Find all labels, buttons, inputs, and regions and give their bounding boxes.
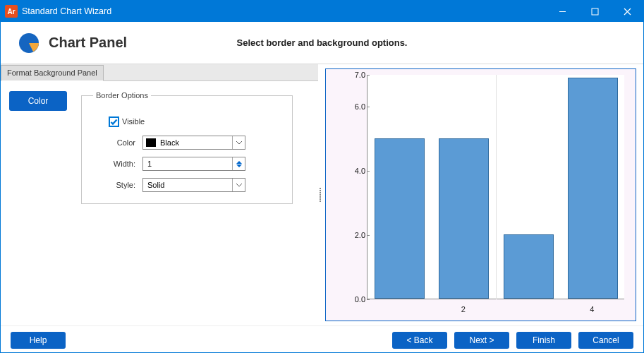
cancel-button[interactable]: Cancel — [578, 332, 633, 349]
bar — [375, 138, 425, 299]
page-subtitle: Select border and background options. — [237, 37, 408, 48]
y-tick: 6.0 — [347, 102, 365, 111]
visible-checkbox[interactable] — [109, 116, 119, 127]
spinner-up-icon — [236, 161, 242, 164]
check-icon — [110, 118, 118, 126]
style-label: Style: — [93, 181, 135, 189]
spinner-buttons[interactable] — [232, 157, 245, 170]
bar — [439, 138, 489, 299]
app-icon: Ar — [5, 5, 18, 18]
maximize-button[interactable] — [578, 1, 611, 22]
help-button[interactable]: Help — [11, 332, 66, 349]
titlebar: Ar Standard Chart Wizard — [1, 1, 643, 22]
pie-chart-icon — [18, 32, 40, 54]
gridline — [496, 75, 497, 299]
left-content: Color Border Options Visible Color Black — [1, 81, 318, 325]
chevron-down-icon — [232, 136, 245, 149]
x-tick: 4 — [590, 305, 594, 313]
border-options-legend: Border Options — [93, 91, 151, 100]
close-button[interactable] — [611, 1, 643, 22]
color-dropdown[interactable]: Black — [142, 136, 245, 150]
window-title: Standard Chart Wizard — [22, 6, 111, 16]
minimize-button[interactable] — [546, 1, 578, 22]
back-button[interactable]: < Back — [392, 332, 447, 349]
bar — [568, 78, 618, 299]
color-button[interactable]: Color — [9, 91, 67, 111]
page-title: Chart Panel — [49, 35, 127, 51]
width-spinner[interactable]: 1 — [142, 157, 245, 171]
style-row: Style: Solid — [93, 177, 281, 193]
chevron-down-icon — [232, 179, 245, 191]
y-tick: 0.0 — [347, 295, 365, 304]
y-tick: 2.0 — [347, 231, 365, 239]
tabbar: Format Background Panel — [1, 64, 318, 81]
visible-row: Visible — [93, 114, 281, 129]
width-value: 1 — [143, 160, 232, 168]
right-panel: 0.02.04.06.07.024 — [322, 64, 643, 325]
x-tick: 2 — [461, 305, 466, 313]
border-options-group: Border Options Visible Color Black — [81, 91, 293, 204]
close-icon — [624, 8, 631, 16]
y-tick: 7.0 — [347, 71, 365, 79]
style-dropdown[interactable]: Solid — [142, 178, 245, 192]
svg-rect-1 — [592, 8, 598, 15]
bar — [504, 234, 554, 299]
next-button[interactable]: Next > — [454, 332, 509, 349]
color-value: Black — [159, 138, 232, 147]
color-row: Color Black — [93, 135, 281, 150]
maximize-icon — [591, 8, 599, 16]
y-tick: 4.0 — [347, 167, 365, 175]
left-panel: Format Background Panel Color Border Opt… — [1, 64, 318, 325]
width-label: Width: — [93, 160, 135, 168]
spinner-down-icon — [236, 164, 242, 167]
style-value: Solid — [143, 181, 232, 189]
color-label: Color — [93, 138, 135, 147]
minimize-icon — [559, 8, 566, 16]
tab-format-background-panel[interactable]: Format Background Panel — [1, 65, 104, 81]
width-row: Width: 1 — [93, 156, 281, 172]
wizard-body: Format Background Panel Color Border Opt… — [1, 64, 643, 325]
wizard-header: Chart Panel Select border and background… — [1, 22, 643, 64]
finish-button[interactable]: Finish — [516, 332, 571, 349]
visible-label: Visible — [122, 117, 145, 126]
color-swatch — [146, 138, 156, 147]
chart-preview: 0.02.04.06.07.024 — [325, 68, 636, 321]
wizard-footer: Help < Back Next > Finish Cancel — [1, 325, 643, 353]
sidebar-buttons: Color — [9, 91, 67, 316]
